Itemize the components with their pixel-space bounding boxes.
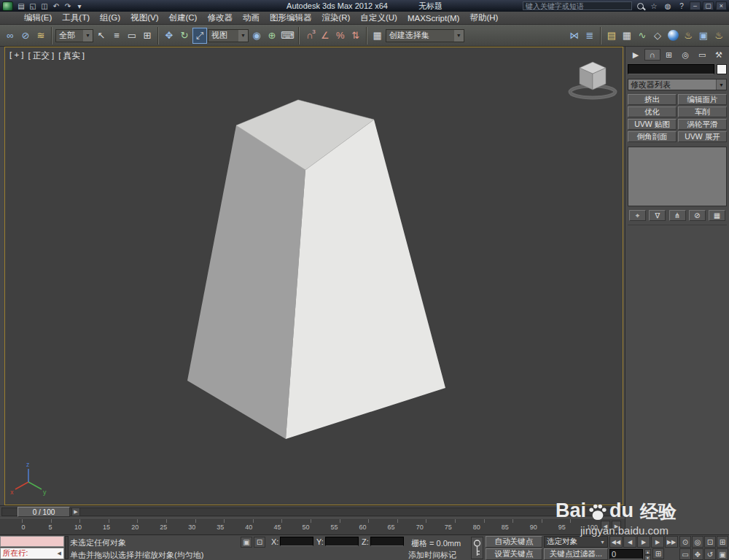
menu-item[interactable]: 自定义(U) — [355, 12, 402, 23]
go-to-end-icon[interactable]: ▶▶ — [665, 536, 678, 548]
tab-modify-icon[interactable]: ∩ — [644, 49, 660, 61]
align-icon[interactable]: ≣ — [582, 28, 597, 44]
maximize-viewport-toggle-icon[interactable]: ▣ — [717, 548, 728, 560]
set-keys-button[interactable] — [471, 537, 483, 559]
viewport-general-menu[interactable]: [ + ] — [9, 50, 24, 61]
modifier-button-edit-patch[interactable]: 编辑面片 — [678, 94, 727, 105]
selection-filter-dropdown[interactable]: 全部 ▼ — [55, 29, 93, 42]
angle-snap-icon[interactable]: ∠ — [318, 28, 332, 44]
select-and-link-icon[interactable]: ∞ — [3, 28, 17, 44]
go-to-start-icon[interactable]: ◀◀ — [609, 536, 623, 548]
play-animation-icon[interactable]: ▶ — [637, 536, 650, 548]
use-pivot-center-icon[interactable]: ◉ — [249, 28, 264, 44]
modifier-button-optimize[interactable]: 优化 — [628, 106, 677, 117]
tab-hierarchy-icon[interactable]: ⊞ — [661, 49, 677, 61]
absolute-offset-mode-icon[interactable]: ⊡ — [254, 537, 265, 548]
pan-view-icon[interactable]: ✥ — [692, 548, 703, 560]
key-filter-scope-dropdown[interactable]: 选定对象 ▼ — [544, 536, 608, 548]
coordinate-system-dropdown[interactable]: 视图 ▼ — [208, 29, 249, 42]
object-color-swatch[interactable] — [717, 64, 727, 74]
zoom-all-icon[interactable]: ◎ — [692, 536, 703, 548]
chevron-down-icon[interactable]: ▼ — [454, 30, 464, 42]
spinner-down-icon[interactable]: ▼ — [644, 555, 651, 560]
undo-icon[interactable]: ↶ — [50, 1, 62, 11]
edit-named-sets-icon[interactable]: ▦ — [370, 28, 385, 44]
percent-snap-icon[interactable]: % — [333, 28, 348, 44]
menu-item[interactable]: 图形编辑器 — [265, 12, 317, 23]
select-and-scale-icon[interactable]: ⤢ — [192, 28, 207, 44]
spinner-snap-icon[interactable]: ⇅ — [348, 28, 363, 44]
make-unique-icon[interactable]: ⋔ — [669, 210, 686, 221]
search-icon[interactable] — [634, 1, 646, 11]
new-scene-icon[interactable]: ▤ — [15, 1, 27, 11]
curve-editor-icon[interactable]: ∿ — [635, 28, 650, 44]
time-slider[interactable]: 0 / 100 ▶ — [0, 505, 625, 518]
configure-modifier-sets-icon[interactable]: ▦ — [709, 210, 725, 221]
spinner-up-icon[interactable]: ▲ — [644, 549, 651, 555]
viewport-pov-menu[interactable]: [ 正交 ] — [28, 50, 55, 61]
menu-item[interactable]: 工具(T) — [57, 12, 95, 23]
frame-spinner[interactable]: ▲ ▼ — [644, 549, 651, 559]
select-object-icon[interactable]: ↖ — [94, 28, 109, 44]
rendered-frame-window-icon[interactable]: ▣ — [696, 28, 711, 44]
lock-selection-icon[interactable]: ▣ — [241, 537, 252, 548]
app-logo-icon[interactable] — [2, 1, 13, 11]
layer-manager-icon[interactable]: ▤ — [604, 28, 619, 44]
track-left-arrow-icon[interactable]: ◀ — [601, 521, 610, 532]
open-file-icon[interactable]: ◱ — [27, 1, 39, 11]
chevron-down-icon[interactable]: ▼ — [600, 540, 605, 545]
named-selection-dropdown[interactable]: 创建选择集 ▼ — [386, 29, 464, 42]
time-slider-handle[interactable]: 0 / 100 — [17, 507, 70, 517]
previous-frame-icon[interactable]: ◀ — [623, 536, 636, 548]
viewcube[interactable] — [570, 62, 615, 98]
modifier-button-turbosmooth[interactable]: 涡轮平滑 — [678, 119, 727, 130]
key-filters-button[interactable]: 关键点过滤器... — [544, 548, 608, 560]
chevron-down-icon[interactable]: ▼ — [716, 79, 726, 90]
zoom-region-icon[interactable]: ▭ — [679, 548, 691, 560]
select-and-rotate-icon[interactable]: ↻ — [177, 28, 192, 44]
remove-modifier-icon[interactable]: ⊘ — [689, 210, 706, 221]
select-and-manipulate-icon[interactable]: ⊕ — [265, 28, 279, 44]
select-and-move-icon[interactable]: ✥ — [162, 28, 176, 44]
schematic-view-icon[interactable]: ◇ — [650, 28, 665, 44]
modifier-button-uvw-map[interactable]: UVW 贴图 — [628, 119, 677, 130]
show-end-result-icon[interactable]: ∇ — [649, 210, 666, 221]
render-production-icon[interactable]: ♨ — [712, 28, 726, 44]
bind-to-spacewarp-icon[interactable]: ≋ — [34, 28, 48, 44]
window-crossing-icon[interactable]: ⊞ — [140, 28, 155, 44]
minimize-button[interactable]: – — [690, 1, 701, 10]
track-bar[interactable]: 0510152025303540455055606570758085909510… — [0, 518, 625, 534]
redo-icon[interactable]: ↷ — [62, 1, 74, 11]
z-coordinate-field[interactable] — [370, 537, 404, 546]
auto-key-button[interactable]: 自动关键点 — [486, 536, 542, 548]
modifier-list-dropdown[interactable]: 修改器列表 ▼ — [628, 79, 727, 90]
modifier-button-bevel-profile[interactable]: 倒角剖面 — [628, 131, 677, 142]
help-icon[interactable]: ? — [676, 1, 687, 11]
viewport-canvas[interactable]: x y z — [5, 47, 624, 506]
current-frame-field[interactable]: 0 — [609, 549, 643, 559]
x-coordinate-field[interactable] — [280, 537, 313, 546]
favorites-star-icon[interactable]: ☆ — [648, 1, 660, 11]
communication-center-icon[interactable]: ◍ — [662, 1, 674, 11]
menu-item[interactable]: 组(G) — [95, 12, 125, 23]
render-setup-icon[interactable]: ♨ — [681, 28, 695, 44]
menu-item[interactable]: 创建(C) — [163, 12, 202, 23]
keyboard-override-icon[interactable]: ⌨ — [280, 28, 295, 44]
menu-item[interactable]: 修改器 — [202, 12, 238, 23]
modifier-button-extrude[interactable]: 挤出 — [628, 94, 677, 105]
time-slider-groove[interactable] — [1, 508, 622, 516]
quick-access-more-icon[interactable]: ▾ — [74, 1, 85, 11]
object-name-field[interactable] — [628, 64, 714, 74]
menu-item[interactable]: 动画 — [238, 12, 265, 23]
viewport-shading-menu[interactable]: [ 真实 ] — [58, 50, 85, 61]
tab-create-icon[interactable]: ▶ — [628, 49, 644, 61]
unlink-selection-icon[interactable]: ⊘ — [18, 28, 33, 44]
snap-toggle-icon[interactable]: ∩ 3 — [303, 28, 317, 44]
modifier-stack-list[interactable] — [628, 147, 727, 206]
tab-utilities-icon[interactable]: ⚒ — [711, 49, 727, 61]
material-editor-icon[interactable] — [666, 28, 680, 44]
modifier-button-lathe[interactable]: 车削 — [678, 106, 727, 117]
pin-stack-icon[interactable]: ⌖ — [629, 210, 646, 221]
chevron-down-icon[interactable]: ▼ — [83, 30, 93, 42]
time-configuration-icon[interactable]: ⊞ — [652, 548, 664, 559]
